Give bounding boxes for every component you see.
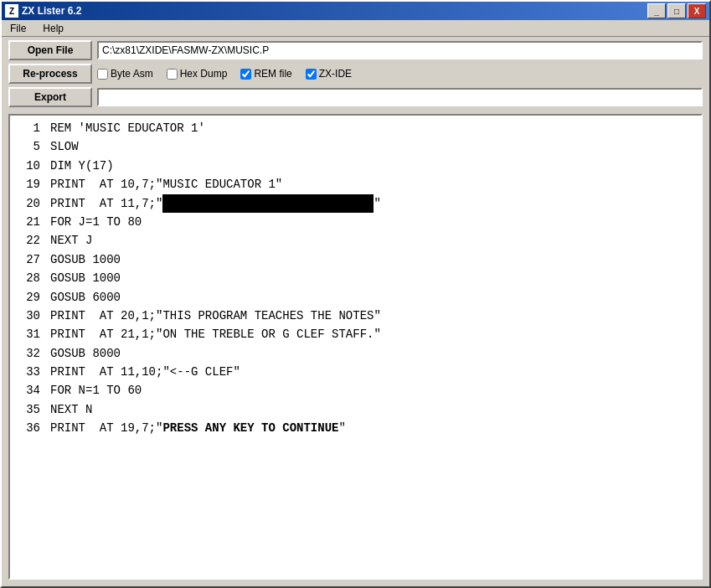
line-code: PRINT AT 10,7;"MUSIC EDUCATOR 1" [50,175,282,193]
toolbar: Open File Re-process Byte Asm Hex Dump R… [2,37,709,111]
zx-ide-label: ZX-IDE [319,68,352,80]
line-code: FOR J=1 TO 80 [50,213,142,231]
line-number: 27 [17,250,50,269]
table-row: 22NEXT J [17,231,694,250]
toolbar-row-1: Open File [8,40,703,60]
open-file-button[interactable]: Open File [8,40,92,60]
line-code: NEXT J [50,231,92,250]
line-number: 33 [17,363,50,381]
line-number: 34 [17,381,50,400]
app-icon: Z [5,4,18,18]
line-number: 19 [17,175,50,193]
table-row: 5SLOW [17,137,694,156]
byte-asm-checkbox[interactable] [97,69,108,80]
checkbox-group: Byte Asm Hex Dump REM file ZX-IDE [97,68,352,80]
menu-bar: File Help [2,20,709,37]
table-row: 1REM 'MUSIC EDUCATOR 1' [17,119,694,137]
table-row: 34FOR N=1 TO 60 [17,381,694,400]
line-number: 36 [17,419,50,437]
line-code: GOSUB 6000 [50,288,121,307]
line-code: GOSUB 1000 [50,250,121,269]
hex-dump-checkbox[interactable] [167,69,178,80]
line-number: 30 [17,307,50,325]
reprocess-button[interactable]: Re-process [8,64,92,84]
code-content: 1REM 'MUSIC EDUCATOR 1'5SLOW10DIM Y(17)1… [10,116,701,441]
line-code: PRINT AT 11,7;" " [50,194,381,213]
title-bar: Z ZX Lister 6.2 _ □ X [2,2,709,20]
menu-file[interactable]: File [5,21,31,36]
toolbar-row-3: Export [8,87,703,107]
line-code: PRINT AT 21,1;"ON THE TREBLE OR G CLEF S… [50,325,381,343]
minimize-button[interactable]: _ [647,3,666,18]
table-row: 30PRINT AT 20,1;"THIS PROGRAM TEACHES TH… [17,307,694,325]
title-bar-buttons: _ □ X [647,3,706,18]
rem-file-checkbox[interactable] [240,69,251,80]
table-row: 32GOSUB 8000 [17,344,694,363]
table-row: 21FOR J=1 TO 80 [17,213,694,231]
line-number: 20 [17,194,50,213]
hex-dump-checkbox-label[interactable]: Hex Dump [167,68,228,80]
table-row: 33PRINT AT 11,10;"<--G CLEF" [17,363,694,381]
byte-asm-label: Byte Asm [111,68,153,80]
line-number: 32 [17,344,50,363]
line-code: PRINT AT 19,7;"PRESS ANY KEY TO CONTINUE… [50,419,346,437]
line-number: 29 [17,288,50,307]
main-window: Z ZX Lister 6.2 _ □ X File Help Open Fil… [0,0,711,588]
line-number: 1 [17,119,50,137]
table-row: 20PRINT AT 11,7;" " [17,194,694,213]
hex-dump-label: Hex Dump [180,68,228,80]
line-code: NEXT N [50,400,92,419]
close-button[interactable]: X [688,3,706,18]
line-number: 35 [17,400,50,419]
toolbar-row-2: Re-process Byte Asm Hex Dump REM file ZX… [8,64,703,84]
code-area[interactable]: 1REM 'MUSIC EDUCATOR 1'5SLOW10DIM Y(17)1… [8,114,703,580]
table-row: 28GOSUB 1000 [17,269,694,287]
title-bar-left: Z ZX Lister 6.2 [5,4,81,18]
window-title: ZX Lister 6.2 [22,5,81,17]
zx-ide-checkbox[interactable] [306,69,317,80]
zx-ide-checkbox-label[interactable]: ZX-IDE [306,68,352,80]
table-row: 10DIM Y(17) [17,157,694,175]
export-input[interactable] [97,88,703,106]
line-number: 10 [17,157,50,175]
line-code: PRINT AT 11,10;"<--G CLEF" [50,363,240,381]
line-code: SLOW [50,137,79,156]
byte-asm-checkbox-label[interactable]: Byte Asm [97,68,153,80]
maximize-button[interactable]: □ [667,3,686,18]
line-number: 21 [17,213,50,231]
line-code: GOSUB 8000 [50,344,121,363]
table-row: 35NEXT N [17,400,694,419]
table-row: 19PRINT AT 10,7;"MUSIC EDUCATOR 1" [17,175,694,193]
table-row: 29GOSUB 6000 [17,288,694,307]
line-code: PRINT AT 20,1;"THIS PROGRAM TEACHES THE … [50,307,381,325]
line-code: REM 'MUSIC EDUCATOR 1' [50,119,205,137]
table-row: 31PRINT AT 21,1;"ON THE TREBLE OR G CLEF… [17,325,694,343]
line-number: 31 [17,325,50,343]
table-row: 36PRINT AT 19,7;"PRESS ANY KEY TO CONTIN… [17,419,694,437]
line-number: 5 [17,137,50,156]
line-number: 22 [17,231,50,250]
line-code: FOR N=1 TO 60 [50,381,142,400]
menu-help[interactable]: Help [38,21,69,36]
line-code: DIM Y(17) [50,157,114,175]
rem-file-label: REM file [254,68,291,80]
line-number: 28 [17,269,50,287]
line-code: GOSUB 1000 [50,269,121,287]
table-row: 27GOSUB 1000 [17,250,694,269]
file-path-input[interactable] [97,41,703,59]
rem-file-checkbox-label[interactable]: REM file [240,68,291,80]
export-button[interactable]: Export [8,87,92,107]
